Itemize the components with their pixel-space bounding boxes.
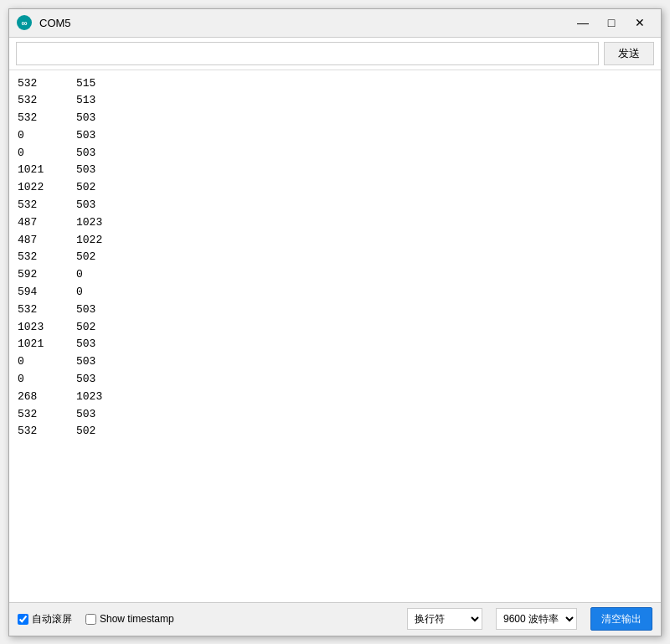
col2-value: 515 — [76, 75, 95, 93]
col1-value: 532 — [18, 249, 76, 266]
col1-value: 532 — [18, 75, 76, 93]
table-row: 1022502 — [18, 179, 652, 197]
col2-value: 503 — [76, 353, 95, 371]
window-title: COM5 — [39, 17, 569, 29]
table-row: 4871022 — [18, 232, 652, 250]
col2-value: 502 — [76, 179, 95, 197]
col2-value: 503 — [76, 197, 95, 214]
col2-value: 1023 — [76, 214, 102, 232]
timestamp-text: Show timestamp — [100, 613, 174, 625]
col2-value: 0 — [76, 284, 83, 301]
svg-text:∞: ∞ — [21, 18, 27, 28]
col1-value: 268 — [18, 389, 76, 406]
col2-value: 0 — [76, 266, 83, 284]
table-row: 0503 — [18, 353, 652, 371]
status-bar: 自动滚屏 Show timestamp 换行符无行尾回车回车及换行 300120… — [9, 602, 661, 636]
col1-value: 532 — [18, 301, 76, 319]
col1-value: 1023 — [18, 319, 76, 337]
col2-value: 502 — [76, 319, 95, 337]
col1-value: 0 — [18, 145, 76, 162]
table-row: 0503 — [18, 145, 652, 162]
table-row: 532515 — [18, 75, 652, 93]
col2-value: 513 — [76, 92, 95, 110]
col1-value: 594 — [18, 284, 76, 301]
col2-value: 503 — [76, 301, 95, 319]
table-row: 0503 — [18, 371, 652, 389]
col1-value: 0 — [18, 371, 76, 389]
col1-value: 0 — [18, 127, 76, 145]
serial-output: 5325155325135325030503050310215031022502… — [9, 70, 661, 602]
send-button[interactable]: 发送 — [604, 42, 654, 65]
col1-value: 532 — [18, 92, 76, 110]
table-row: 0503 — [18, 127, 652, 145]
autoscroll-label[interactable]: 自动滚屏 — [18, 612, 72, 626]
minimize-button[interactable]: — — [569, 11, 597, 34]
baud-rate-select[interactable]: 3001200240048009600 波特率19200384005760011… — [496, 608, 577, 630]
serial-monitor-window: ∞ COM5 — □ ✕ 发送 532515532513532503050305… — [8, 8, 662, 636]
table-row: 1021503 — [18, 162, 652, 179]
col2-value: 503 — [76, 162, 95, 179]
table-row: 532502 — [18, 423, 652, 440]
col2-value: 503 — [76, 371, 95, 389]
table-row: 532503 — [18, 197, 652, 214]
col2-value: 502 — [76, 249, 95, 266]
col1-value: 0 — [18, 353, 76, 371]
arduino-icon: ∞ — [16, 14, 33, 31]
autoscroll-text: 自动滚屏 — [32, 612, 72, 626]
table-row: 532502 — [18, 249, 652, 266]
table-row: 1021503 — [18, 336, 652, 353]
table-row: 532503 — [18, 110, 652, 127]
table-row: 1023502 — [18, 319, 652, 337]
col1-value: 1022 — [18, 179, 76, 197]
col2-value: 503 — [76, 406, 95, 424]
col2-value: 502 — [76, 423, 95, 440]
table-row: 532503 — [18, 301, 652, 319]
col1-value: 487 — [18, 214, 76, 232]
col2-value: 503 — [76, 336, 95, 353]
col1-value: 1021 — [18, 336, 76, 353]
table-row: 532503 — [18, 406, 652, 424]
col1-value: 532 — [18, 406, 76, 424]
col2-value: 503 — [76, 110, 95, 127]
close-button[interactable]: ✕ — [626, 11, 654, 34]
title-bar: ∞ COM5 — □ ✕ — [9, 9, 661, 38]
toolbar: 发送 — [9, 38, 661, 70]
col2-value: 1023 — [76, 389, 102, 406]
col2-value: 503 — [76, 145, 95, 162]
line-ending-select[interactable]: 换行符无行尾回车回车及换行 — [407, 608, 482, 630]
table-row: 4871023 — [18, 214, 652, 232]
col1-value: 532 — [18, 110, 76, 127]
table-row: 5920 — [18, 266, 652, 284]
timestamp-checkbox[interactable] — [85, 614, 96, 625]
col2-value: 503 — [76, 127, 95, 145]
maximize-button[interactable]: □ — [597, 11, 626, 34]
col1-value: 592 — [18, 266, 76, 284]
col1-value: 532 — [18, 423, 76, 440]
timestamp-label[interactable]: Show timestamp — [85, 613, 174, 625]
autoscroll-checkbox[interactable] — [18, 614, 28, 625]
table-row: 5940 — [18, 284, 652, 301]
col1-value: 487 — [18, 232, 76, 250]
col2-value: 1022 — [76, 232, 102, 250]
serial-input[interactable] — [16, 42, 599, 65]
clear-output-button[interactable]: 清空输出 — [590, 607, 652, 631]
col1-value: 1021 — [18, 162, 76, 179]
col1-value: 532 — [18, 197, 76, 214]
table-row: 2681023 — [18, 389, 652, 406]
window-controls: — □ ✕ — [569, 11, 654, 34]
table-row: 532513 — [18, 92, 652, 110]
